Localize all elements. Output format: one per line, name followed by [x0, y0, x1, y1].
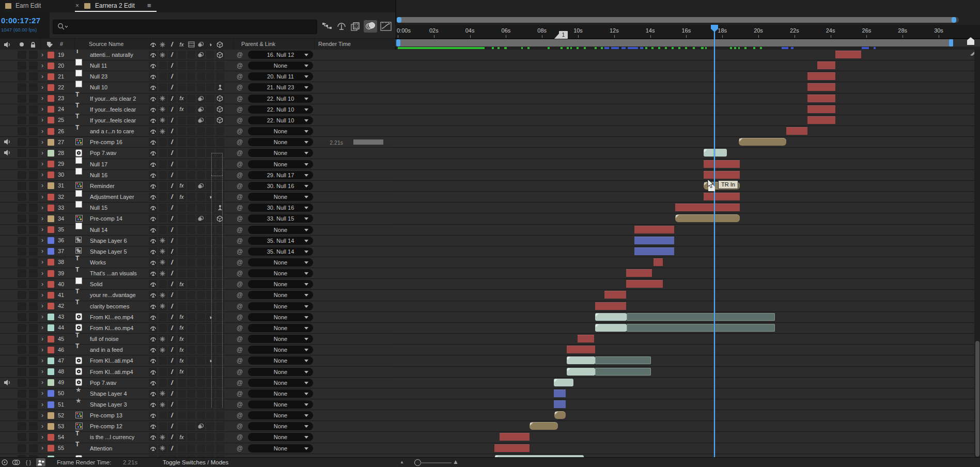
quality-icon[interactable]: / [168, 182, 176, 190]
switch-cell[interactable] [216, 444, 224, 453]
quality-icon[interactable]: / [168, 204, 176, 212]
timeline-bar[interactable] [567, 368, 595, 376]
pick-whip-icon[interactable]: @ [237, 423, 243, 430]
quality-icon[interactable]: / [168, 138, 176, 146]
switch-cell[interactable] [178, 149, 186, 157]
layer-name[interactable]: Shape Layer 6 [90, 238, 127, 244]
lock-toggle[interactable] [29, 368, 38, 376]
switch-cell[interactable] [206, 138, 214, 146]
shy-icon[interactable] [149, 302, 157, 310]
shy-icon[interactable] [149, 324, 157, 332]
expand-arrow-icon[interactable]: › [41, 302, 43, 309]
lock-toggle[interactable] [29, 247, 38, 256]
layer-row[interactable]: ›20Null 11/@None [0, 60, 395, 71]
lock-toggle[interactable] [29, 237, 38, 245]
solo-column-icon[interactable] [18, 40, 26, 49]
switch-cell[interactable] [178, 390, 186, 398]
parent-dropdown[interactable]: 29. Null 17 [248, 171, 313, 179]
timeline-bar[interactable] [595, 324, 627, 332]
shy-icon[interactable] [149, 204, 157, 212]
blend-icon[interactable] [197, 422, 205, 430]
timeline-bar[interactable] [835, 51, 861, 58]
parent-dropdown[interactable]: None [248, 324, 313, 332]
pick-whip-icon[interactable]: @ [237, 182, 243, 190]
timeline-bar[interactable] [627, 324, 775, 332]
parent-dropdown[interactable]: None [248, 280, 313, 288]
lock-toggle[interactable] [29, 51, 38, 59]
switch-cell[interactable] [187, 182, 195, 190]
timeline-lane[interactable] [395, 246, 980, 257]
lock-toggle[interactable] [29, 400, 38, 409]
solo-toggle[interactable] [18, 400, 26, 409]
timeline-lane[interactable] [395, 203, 980, 213]
quality-icon[interactable]: / [168, 356, 176, 365]
layer-name[interactable]: your re...dvantage [90, 292, 136, 298]
quality-icon[interactable]: / [168, 280, 176, 288]
lock-toggle[interactable] [29, 149, 38, 157]
switch-cell[interactable] [159, 61, 167, 70]
pick-whip-icon[interactable]: @ [237, 303, 243, 310]
tree-icon[interactable] [216, 83, 224, 91]
shy-icon[interactable] [149, 226, 157, 234]
layer-row[interactable]: ›19Tattenti... naturally/@16. Null 12 [0, 50, 395, 60]
solo-toggle[interactable] [18, 335, 26, 343]
switch-cell[interactable] [159, 160, 167, 168]
solo-toggle[interactable] [18, 422, 26, 430]
quality-icon[interactable]: / [168, 258, 176, 267]
switch-cell[interactable] [206, 444, 214, 453]
switch-cell[interactable] [178, 247, 186, 256]
number-column-header[interactable]: # [60, 41, 63, 47]
solo-toggle[interactable] [18, 444, 26, 453]
quality-icon[interactable]: / [168, 291, 176, 299]
blend-icon[interactable] [197, 95, 205, 103]
switch-cell[interactable] [216, 138, 224, 146]
switch-cell[interactable] [178, 258, 186, 267]
quality-column-icon[interactable]: / [168, 40, 176, 49]
timeline-lane[interactable] [395, 290, 980, 301]
timeline-lane[interactable] [395, 301, 980, 312]
layer-name[interactable]: is the ...l currency [90, 434, 134, 440]
timeline-bar[interactable] [554, 411, 566, 419]
pick-whip-icon[interactable]: @ [237, 226, 243, 234]
pick-whip-icon[interactable]: @ [237, 433, 243, 441]
quality-icon[interactable]: / [168, 237, 176, 245]
timeline-lane[interactable] [395, 225, 980, 236]
timeline-lane[interactable] [395, 126, 980, 137]
solo-toggle[interactable] [18, 258, 26, 267]
layer-name[interactable]: From Kl...ati.mp4 [90, 369, 133, 375]
parent-dropdown[interactable]: None [248, 390, 313, 398]
timeline-lane[interactable] [395, 399, 980, 410]
layer-row[interactable]: ›32Adjustment Layer/fx◑@None [0, 192, 395, 203]
quality-icon[interactable]: / [168, 160, 176, 168]
timeline-bar[interactable] [654, 258, 663, 266]
cube-column-icon[interactable] [216, 40, 224, 49]
pick-whip-icon[interactable]: @ [237, 259, 243, 266]
lock-toggle[interactable] [29, 390, 38, 398]
layer-row[interactable]: ›34Pre-comp 14/@33. Null 15 [0, 213, 395, 224]
parent-dropdown[interactable]: None [248, 291, 313, 299]
label-color-swatch[interactable] [48, 412, 54, 419]
shy-icon[interactable] [149, 72, 157, 81]
expand-arrow-icon[interactable]: › [41, 138, 43, 146]
switch-cell[interactable] [187, 237, 195, 245]
work-area-bar[interactable] [398, 39, 953, 46]
in-out-panes-icon[interactable]: { } [24, 458, 33, 466]
switch-cell[interactable] [187, 105, 195, 114]
parent-dropdown[interactable]: 20. Null 11 [248, 72, 313, 81]
label-color-swatch[interactable] [48, 357, 54, 364]
parent-dropdown[interactable]: None [248, 127, 313, 135]
lock-toggle[interactable] [29, 302, 38, 310]
switch-cell[interactable] [159, 72, 167, 81]
label-color-swatch[interactable] [48, 445, 54, 452]
work-area-end-handle[interactable] [949, 39, 953, 46]
layer-row[interactable]: ›44From Kl...eo.mp4/fx@None [0, 323, 395, 334]
parent-dropdown[interactable]: 22. Null 10 [248, 116, 313, 124]
switch-cell[interactable] [197, 291, 205, 299]
solo-toggle[interactable] [18, 116, 26, 124]
timeline-lane[interactable] [395, 345, 980, 355]
layer-row[interactable]: ›50★Shape Layer 4/@None [0, 388, 395, 399]
layer-name[interactable]: Null 15 [90, 205, 107, 211]
pick-whip-icon[interactable]: @ [237, 346, 243, 353]
label-color-swatch[interactable] [48, 226, 54, 233]
expand-arrow-icon[interactable]: › [41, 73, 43, 80]
